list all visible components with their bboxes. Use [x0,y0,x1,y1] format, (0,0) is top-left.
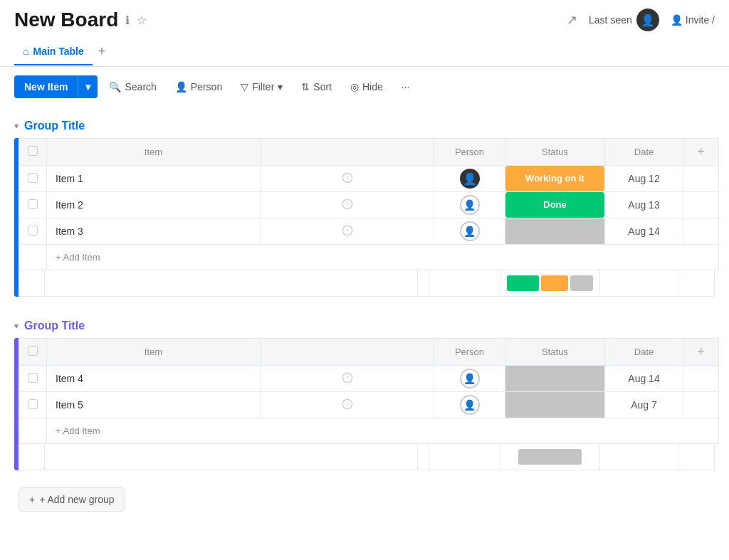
item-name[interactable]: Item 2 [47,192,261,218]
row-checkbox-cell [19,192,47,218]
invite-button[interactable]: 👤 Invite / [671,14,715,26]
add-group-label: + Add new group [39,494,114,505]
chat-icon-cell[interactable] [261,366,434,392]
summary-item-col [45,444,418,470]
group-1-header: ▾ Group Title [14,114,715,138]
table-row: Item 1 👤 Working on it Aug 12 [19,166,719,192]
add-group-button[interactable]: + + Add new group [19,487,125,512]
person-cell[interactable]: 👤 [434,392,505,418]
filter-label: Filter [252,81,274,93]
item-name[interactable]: Item 4 [47,366,261,392]
group-1-table: Item Person Status Date + Item 1 [19,138,719,270]
col-header-chat-space [261,139,434,166]
table-row: Item 3 👤 Aug 14 [19,218,719,245]
add-item-label[interactable]: + Add Item [47,418,719,444]
row-checkbox[interactable] [28,199,38,209]
group-2-header: ▾ Group Title [14,314,715,338]
person-avatar-empty: 👤 [460,369,480,389]
last-seen-label: Last seen [589,14,632,26]
chat-icon-cell[interactable] [261,192,434,218]
info-icon[interactable]: ℹ [125,14,130,27]
person-filter-icon: 👤 [175,81,187,93]
add-group-icon: + [29,494,35,505]
person-cell[interactable]: 👤 [434,366,505,392]
status-cell[interactable]: Done [505,192,605,218]
tab-add-button[interactable]: + [93,37,112,66]
status-empty [505,366,604,391]
add-item-label[interactable]: + Add Item [47,245,719,270]
row-checkbox[interactable] [28,373,38,383]
page-header: New Board ℹ ☆ ↗ Last seen 👤 👤 Invite / [0,0,729,37]
row-checkbox-cell [19,392,47,418]
add-item-row[interactable]: + Add Item [19,245,719,270]
person-cell[interactable]: 👤 [434,192,505,218]
person-cell[interactable]: 👤 [434,166,505,192]
chat-icon-cell[interactable] [261,218,434,245]
filter-icon: ▽ [241,81,248,93]
group-1-toggle[interactable]: ▾ [14,121,19,131]
group-2-color-bar [14,338,19,470]
new-item-button[interactable]: New Item ▾ [14,75,98,98]
summary-date-col [600,270,678,296]
summary-plus-col [678,444,714,470]
summary-chat-col [418,270,429,296]
col-header-person: Person [434,339,505,366]
chat-icon-cell[interactable] [261,166,434,192]
filter-button[interactable]: ▽ Filter ▾ [234,76,290,97]
row-extra-cell [683,218,719,245]
row-checkbox[interactable] [28,399,38,409]
more-icon: ··· [402,81,410,93]
date-cell[interactable]: Aug 14 [605,366,683,392]
col-header-status: Status [505,339,605,366]
summary-chat-col [418,444,429,470]
item-name[interactable]: Item 3 [47,218,261,245]
col-header-add[interactable]: + [683,339,719,366]
chat-icon-cell[interactable] [261,392,434,418]
more-options-button[interactable]: ··· [394,76,417,97]
search-button[interactable]: 🔍 Search [102,76,163,97]
item-name[interactable]: Item 5 [47,392,261,418]
summary-date-col [600,444,678,470]
date-cell[interactable]: Aug 7 [605,392,683,418]
person-button[interactable]: 👤 Person [168,76,229,97]
sort-button[interactable]: ⇅ Sort [294,76,339,97]
col-header-date: Date [605,139,683,166]
row-extra-cell [683,166,719,192]
item-name[interactable]: Item 1 [47,166,261,192]
invite-label: Invite / [686,14,715,26]
header-checkbox[interactable] [28,346,38,356]
status-cell[interactable] [505,366,605,392]
new-item-dropdown-arrow[interactable]: ▾ [78,75,98,98]
summary-item-col [45,270,418,296]
group-1-table-wrapper: Item Person Status Date + Item 1 [14,138,715,297]
status-cell[interactable] [505,218,605,245]
group-2-title[interactable]: Group Title [24,319,85,332]
home-icon: ⌂ [23,46,28,57]
col-header-item: Item [47,139,261,166]
star-icon[interactable]: ☆ [137,14,147,27]
summary-spacer [19,444,45,470]
row-extra-cell [683,366,719,392]
group-2-toggle[interactable]: ▾ [14,321,19,331]
row-checkbox-cell [19,166,47,192]
group-1-summary-row [19,270,715,297]
activity-icon: ↗ [567,12,577,28]
date-cell[interactable]: Aug 14 [605,218,683,245]
hide-button[interactable]: ◎ Hide [343,76,390,97]
new-item-label: New Item [14,75,78,98]
header-checkbox[interactable] [28,146,38,156]
tab-main-table[interactable]: ⌂ Main Table [14,38,93,65]
status-cell[interactable] [505,392,605,418]
toolbar: New Item ▾ 🔍 Search 👤 Person ▽ Filter ▾ … [0,67,729,107]
col-header-add[interactable]: + [683,139,719,166]
add-item-row[interactable]: + Add Item [19,418,719,444]
status-cell[interactable]: Working on it [505,166,605,192]
group-1-title[interactable]: Group Title [24,120,85,132]
sort-icon: ⇅ [301,81,310,93]
date-cell[interactable]: Aug 13 [605,192,683,218]
row-checkbox[interactable] [28,173,38,183]
date-cell[interactable]: Aug 12 [605,166,683,192]
avatar: 👤 [636,9,659,31]
row-checkbox[interactable] [28,226,38,236]
person-cell[interactable]: 👤 [434,218,505,245]
